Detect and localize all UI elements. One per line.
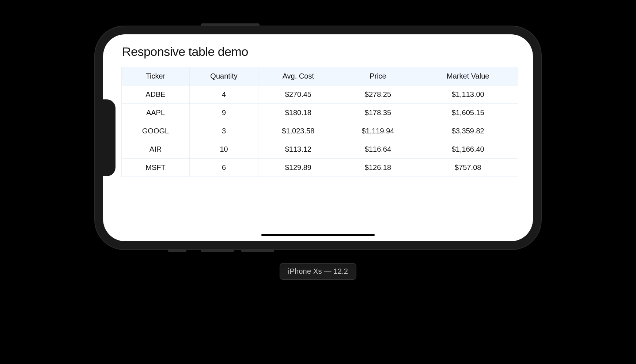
cell-ticker: ADBE xyxy=(122,86,190,104)
table-row: MSFT 6 $129.89 $126.18 $757.08 xyxy=(122,159,518,177)
device-screen: Responsive table demo Ticker Quantity Av… xyxy=(103,34,533,241)
page-title: Responsive table demo xyxy=(122,45,518,59)
device-frame: Responsive table demo Ticker Quantity Av… xyxy=(95,26,541,249)
stocks-table: Ticker Quantity Avg. Cost Price Market V… xyxy=(121,67,518,177)
device-wrapper: Responsive table demo Ticker Quantity Av… xyxy=(95,26,541,249)
device-notch xyxy=(103,99,116,176)
table-row: GOOGL 3 $1,023.58 $1,119.94 $3,359.82 xyxy=(122,122,518,140)
table-header: Ticker Quantity Avg. Cost Price Market V… xyxy=(122,67,518,86)
cell-ticker: AIR xyxy=(122,140,190,159)
col-avg-cost: Avg. Cost xyxy=(258,67,338,86)
cell-ticker: AAPL xyxy=(122,104,190,122)
cell-market-value: $757.08 xyxy=(418,159,518,177)
col-price: Price xyxy=(338,67,418,86)
cell-avg-cost: $270.45 xyxy=(258,86,338,104)
device-label: iPhone Xs — 12.2 xyxy=(280,263,356,280)
cell-price: $126.18 xyxy=(338,159,418,177)
cell-market-value: $1,605.15 xyxy=(418,104,518,122)
cell-avg-cost: $129.89 xyxy=(258,159,338,177)
cell-price: $116.64 xyxy=(338,140,418,159)
cell-market-value: $3,359.82 xyxy=(418,122,518,140)
device-side-button xyxy=(241,249,274,252)
cell-avg-cost: $113.12 xyxy=(258,140,338,159)
table-header-row: Ticker Quantity Avg. Cost Price Market V… xyxy=(122,67,518,86)
col-quantity: Quantity xyxy=(189,67,258,86)
cell-quantity: 9 xyxy=(189,104,258,122)
table-row: AAPL 9 $180.18 $178.35 $1,605.15 xyxy=(122,104,518,122)
cell-market-value: $1,166.40 xyxy=(418,140,518,159)
device-side-button xyxy=(201,23,260,26)
table-row: ADBE 4 $270.45 $278.25 $1,113.00 xyxy=(122,86,518,104)
cell-quantity: 4 xyxy=(189,86,258,104)
cell-price: $178.35 xyxy=(338,104,418,122)
col-market-value: Market Value xyxy=(418,67,518,86)
cell-price: $278.25 xyxy=(338,86,418,104)
home-indicator xyxy=(261,234,375,236)
cell-ticker: MSFT xyxy=(122,159,190,177)
cell-avg-cost: $1,023.58 xyxy=(258,122,338,140)
cell-quantity: 6 xyxy=(189,159,258,177)
col-ticker: Ticker xyxy=(122,67,190,86)
device-side-button xyxy=(201,249,234,252)
table-row: AIR 10 $113.12 $116.64 $1,166.40 xyxy=(122,140,518,159)
cell-price: $1,119.94 xyxy=(338,122,418,140)
cell-market-value: $1,113.00 xyxy=(418,86,518,104)
cell-quantity: 3 xyxy=(189,122,258,140)
cell-quantity: 10 xyxy=(189,140,258,159)
cell-avg-cost: $180.18 xyxy=(258,104,338,122)
table-body: ADBE 4 $270.45 $278.25 $1,113.00 AAPL 9 … xyxy=(122,86,518,177)
device-side-button xyxy=(168,249,186,252)
cell-ticker: GOOGL xyxy=(122,122,190,140)
